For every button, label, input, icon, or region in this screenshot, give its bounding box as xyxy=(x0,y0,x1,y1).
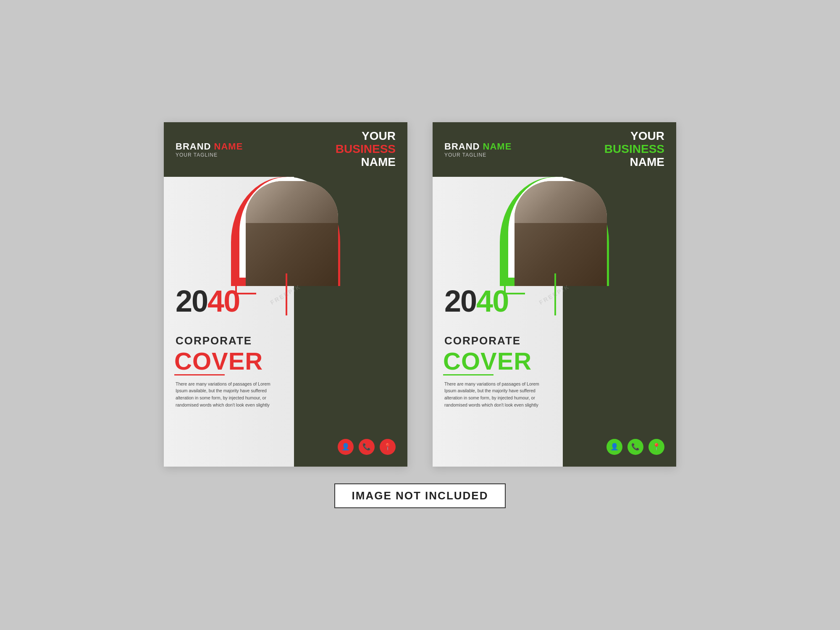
svg-rect-14 xyxy=(514,181,607,286)
svg-point-22 xyxy=(564,220,578,234)
photo-left xyxy=(246,181,338,286)
business-name-left: YOUR BUSINESS NAME xyxy=(336,130,396,168)
brand-name-right: BRAND NAME xyxy=(444,141,512,152)
svg-rect-25 xyxy=(580,237,596,262)
icon-location-left: 📍 xyxy=(380,439,396,455)
svg-rect-9 xyxy=(295,234,310,261)
brand-name-left: BRAND NAME xyxy=(176,141,243,152)
cover-left-header: BRAND NAME YOUR TAGLINE YOUR BUSINESS NA… xyxy=(164,122,407,177)
svg-point-24 xyxy=(581,224,595,237)
cover-left: BRAND NAME YOUR TAGLINE YOUR BUSINESS NA… xyxy=(164,122,407,467)
brand-section-right: BRAND NAME YOUR TAGLINE xyxy=(444,141,512,158)
svg-rect-13 xyxy=(288,245,313,250)
year-right: 2040 xyxy=(444,284,508,318)
svg-rect-16 xyxy=(542,187,563,215)
icons-row-left: 👤 📞 📍 xyxy=(338,439,396,455)
svg-rect-19 xyxy=(527,238,544,263)
svg-rect-21 xyxy=(546,236,563,263)
icon-location-right: 📍 xyxy=(648,439,664,455)
svg-rect-0 xyxy=(246,181,338,286)
description-left: There are many variations of passages of… xyxy=(176,381,276,409)
year-left: 2040 xyxy=(176,284,239,318)
image-frame-left xyxy=(231,177,353,299)
svg-rect-12 xyxy=(258,246,292,250)
svg-rect-2 xyxy=(273,187,294,215)
cover-left-body: 2040 CORPORATE COVER There are many vari… xyxy=(164,177,407,467)
svg-rect-17 xyxy=(514,248,607,257)
corporate-label-right: CORPORATE xyxy=(444,334,521,347)
icon-person-right: 👤 xyxy=(606,439,622,455)
svg-rect-11 xyxy=(312,237,327,262)
svg-rect-27 xyxy=(556,245,582,250)
svg-rect-26 xyxy=(527,246,561,250)
description-right: There are many variations of passages of… xyxy=(444,381,545,409)
svg-rect-7 xyxy=(277,236,294,263)
vertical-line-right xyxy=(554,273,556,315)
cover-right-header: BRAND NAME YOUR TAGLINE YOUR BUSINESS NA… xyxy=(433,122,676,177)
tagline-right: YOUR TAGLINE xyxy=(444,152,512,158)
svg-point-6 xyxy=(278,222,293,237)
bottom-notice: IMAGE NOT INCLUDED xyxy=(334,483,506,508)
svg-point-10 xyxy=(312,224,326,237)
svg-point-18 xyxy=(528,224,543,239)
svg-rect-23 xyxy=(564,234,579,261)
svg-rect-1 xyxy=(271,185,296,217)
corporate-label-left: CORPORATE xyxy=(176,334,252,347)
covers-container: BRAND NAME YOUR TAGLINE YOUR BUSINESS NA… xyxy=(164,122,676,467)
svg-rect-3 xyxy=(246,248,338,257)
svg-rect-5 xyxy=(258,238,275,263)
cover-label-left: COVER xyxy=(174,347,263,375)
svg-point-4 xyxy=(259,224,274,239)
svg-point-8 xyxy=(296,220,309,234)
svg-rect-15 xyxy=(540,185,565,217)
icon-phone-right: 📞 xyxy=(627,439,643,455)
notice-box: IMAGE NOT INCLUDED xyxy=(334,483,506,508)
cover-right: BRAND NAME YOUR TAGLINE YOUR BUSINESS NA… xyxy=(433,122,676,467)
brand-section-left: BRAND NAME YOUR TAGLINE xyxy=(176,141,243,158)
cover-label-right: COVER xyxy=(443,347,532,375)
cover-right-body: 2040 CORPORATE COVER There are many vari… xyxy=(433,177,676,467)
business-name-right: YOUR BUSINESS NAME xyxy=(604,130,664,168)
photo-right xyxy=(514,181,607,286)
icon-person-left: 👤 xyxy=(338,439,354,455)
vertical-line-left xyxy=(286,273,287,315)
image-frame-right xyxy=(500,177,622,299)
icon-phone-left: 📞 xyxy=(359,439,375,455)
tagline-left: YOUR TAGLINE xyxy=(176,152,243,158)
icons-row-right: 👤 📞 📍 xyxy=(606,439,664,455)
underline-left xyxy=(174,374,225,375)
underline-right xyxy=(443,374,494,375)
svg-point-20 xyxy=(547,222,562,237)
